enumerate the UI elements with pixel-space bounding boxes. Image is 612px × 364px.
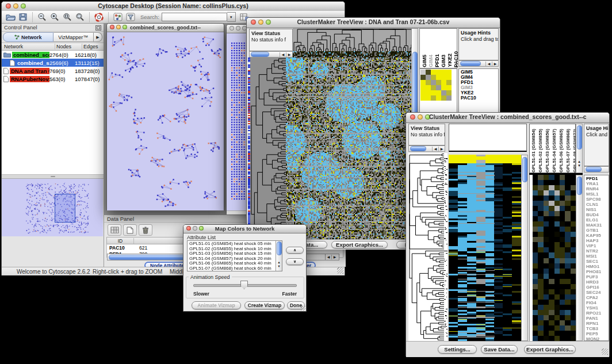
scroll-left-arrow-icon[interactable]: ◀	[485, 62, 492, 66]
network-row[interactable]: combined_sco2569(6)13112(15)	[2, 59, 104, 67]
close-button[interactable]	[251, 20, 256, 25]
scroll-down-arrow-icon[interactable]: ▼	[576, 164, 582, 168]
tv2-column-label[interactable]: GPL51-06 (GSM865)	[559, 129, 564, 173]
dialog-resize-grip[interactable]	[301, 306, 305, 311]
tv2-gene-label[interactable]: HRD3	[586, 279, 609, 285]
tv1-matrix-cell[interactable]	[420, 80, 426, 85]
search-input[interactable]	[162, 13, 227, 21]
save-icon[interactable]	[17, 12, 29, 22]
close-button[interactable]	[230, 26, 234, 30]
tv1-column-label[interactable]: YKE2	[447, 53, 453, 67]
tv1-export-graphics-button[interactable]: Export Graphics...	[331, 241, 388, 248]
column-header-network[interactable]: Network	[2, 44, 55, 49]
zoom-fit-icon[interactable]	[74, 12, 86, 22]
tv2-gene-label[interactable]: MON2	[586, 336, 609, 341]
close-button[interactable]	[186, 226, 191, 231]
tv1-matrix-cell[interactable]	[431, 95, 436, 101]
tv2-gene-label[interactable]: ELG1	[586, 217, 609, 223]
scroll-left-arrow-icon[interactable]: ◀	[326, 255, 331, 259]
tv1-matrix-cell[interactable]	[436, 95, 441, 101]
tv1-matrix-cell[interactable]	[441, 85, 446, 90]
minimize-button[interactable]	[236, 26, 240, 30]
attribute-list-item[interactable]: GPL51-02 (GSM855) heat shock 10 min	[189, 247, 276, 252]
tv2-export-graphics-button[interactable]: Export Graphics...	[524, 345, 576, 354]
attribute-list-item[interactable]: GPL51-03 (GSM856) heat shock 15 min	[189, 251, 276, 256]
tv1-matrix-cell[interactable]	[436, 90, 441, 95]
attribute-list-item[interactable]: GPL51-01 (GSM854) heat shock 05 min	[189, 242, 276, 247]
network-row[interactable]: combined_scores_2764(0)16218(0)	[2, 51, 104, 59]
tv2-zoom-vscrollbar[interactable]	[576, 175, 583, 341]
tv1-matrix-cell[interactable]	[431, 90, 436, 95]
minimize-button[interactable]	[258, 20, 263, 25]
dialog-title-bar[interactable]: Map Colors to Network	[183, 225, 306, 233]
create-vizmap-button[interactable]: Create Vizmap	[244, 301, 285, 309]
tv2-gene-label[interactable]: HMG1	[586, 264, 609, 269]
tv2-gene-label[interactable]: CLN1	[586, 202, 609, 207]
tv1-status-hscrollbar[interactable]: ◀ ▶	[249, 51, 293, 58]
zoom-button[interactable]	[123, 25, 127, 29]
scroll-right-arrow-icon[interactable]: ▶	[331, 255, 338, 259]
tv2-gene-label[interactable]: YRA1	[586, 181, 609, 186]
minimize-button[interactable]	[418, 114, 423, 120]
attribute-list-vscrollbar[interactable]: ▲ ▼	[276, 241, 282, 271]
tv1-matrix-cell[interactable]	[420, 70, 426, 75]
tv1-heatmap[interactable]	[286, 58, 411, 239]
network-view-canvas[interactable]	[107, 32, 224, 210]
tv2-heatmap-vscrollbar[interactable]	[521, 155, 528, 341]
tv1-matrix-cell[interactable]	[441, 70, 446, 75]
scrollbar-thumb[interactable]	[522, 157, 527, 182]
ontology-icon[interactable]	[112, 12, 124, 22]
attribute-select-icon[interactable]	[108, 224, 121, 236]
tv1-matrix-cell[interactable]	[446, 70, 452, 75]
tv2-resize-grip[interactable]	[602, 348, 608, 355]
tv2-gene-label[interactable]: CPA2	[586, 295, 609, 300]
tv1-matrix-cell[interactable]	[436, 80, 441, 85]
minimize-button[interactable]	[13, 3, 18, 9]
main-title-bar[interactable]: Cytoscape Desktop (Session Name: collins…	[2, 2, 345, 12]
help-lifebuoy-icon[interactable]	[93, 12, 105, 22]
tv2-global-heatmap[interactable]	[449, 155, 521, 341]
tv1-matrix-cell[interactable]	[446, 80, 452, 85]
tv2-column-label[interactable]: GPL51-03 (GSM856)	[545, 129, 550, 173]
scrollbar-thumb[interactable]	[277, 242, 282, 255]
scroll-left-arrow-icon[interactable]: ◀	[432, 147, 438, 151]
tv1-hints-hscrollbar[interactable]: ◀ ▶	[458, 60, 499, 67]
tv2-gene-label[interactable]: RPO21	[586, 311, 609, 316]
tv1-matrix-cell[interactable]	[446, 75, 452, 80]
zoom-button[interactable]	[199, 226, 204, 231]
minimize-button[interactable]	[116, 25, 121, 29]
tv2-gene-label[interactable]: RNR4	[586, 186, 609, 191]
tv1-column-dendrogram[interactable]	[293, 28, 418, 51]
animate-vizmap-button[interactable]: Animate Vizmap	[192, 301, 241, 309]
network-row[interactable]: RNAPuberNov2+563(0)107847(0)	[2, 75, 104, 83]
tv2-gene-label[interactable]: GPI16	[586, 285, 609, 290]
tv1-column-label[interactable]: GIM4	[428, 55, 434, 67]
tv2-gene-label[interactable]: NTR2	[586, 248, 609, 254]
tab-overflow-button[interactable]: ▶	[94, 32, 102, 42]
tv1-column-label[interactable]: GIM5	[422, 55, 427, 67]
tv1-matrix-cell[interactable]	[446, 85, 452, 90]
network-row[interactable]: DNA and Tran 07769(0)183728(0)	[2, 67, 104, 75]
scrollbar-thumb[interactable]	[577, 177, 582, 195]
search-combobox[interactable]: ▼	[162, 12, 236, 22]
attribute-list-item[interactable]: GPL51-06 (GSM865) heat shock 40 min	[189, 261, 276, 266]
tv2-gene-label[interactable]: SEC24	[586, 290, 609, 295]
tv2-gene-label[interactable]: SEC1	[586, 259, 609, 264]
tv1-matrix-cell[interactable]	[431, 75, 436, 80]
tv1-matrix-cell[interactable]	[426, 80, 431, 85]
tv2-gene-label[interactable]: BUD4	[586, 212, 609, 217]
zoom-selected-icon[interactable]	[61, 12, 74, 22]
tv1-matrix-cell[interactable]	[426, 95, 431, 101]
network-window-title-bar[interactable]: combined_scores_good.txt--cluste...	[107, 24, 224, 32]
tv1-matrix-cell[interactable]	[441, 75, 446, 80]
tv2-zoom-heatmap[interactable]	[533, 175, 576, 341]
attribute-list[interactable]: GPL51-01 (GSM854) heat shock 05 minGPL51…	[187, 240, 282, 271]
tv1-matrix-cell[interactable]	[426, 85, 431, 90]
treeview1-title-bar[interactable]: ClusterMaker TreeView : DNA and Tran 07-…	[247, 18, 500, 28]
tv2-gene-label[interactable]: PEP5	[586, 331, 609, 336]
tv1-matrix-cell[interactable]	[446, 95, 452, 101]
search-dropdown-button[interactable]: ▼	[227, 12, 236, 22]
tv1-matrix-cell[interactable]	[426, 90, 431, 95]
tv1-column-label[interactable]: GIM3	[441, 55, 446, 67]
panel-splitter[interactable]	[2, 174, 104, 179]
